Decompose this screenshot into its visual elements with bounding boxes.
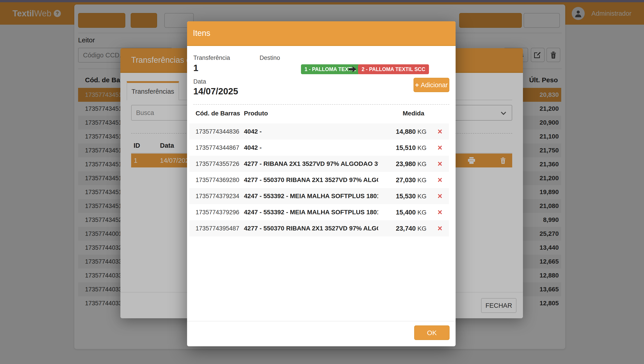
medida-cell: 14,880 KG xyxy=(346,128,426,135)
medida-cell: 15,530 KG xyxy=(346,193,426,200)
barcode-cell: 1735774355726 xyxy=(196,160,239,167)
destino-badge: 2 - PALLOMA TEXTIL SCC xyxy=(358,64,429,74)
produto-column-header: Produto xyxy=(244,110,268,117)
transferencia-value: 1 xyxy=(193,63,198,73)
medida-cell: 15,400 KG xyxy=(346,209,426,216)
item-row: 1735774344836 4042 - 14,880 KG × xyxy=(189,123,449,140)
barcode-cell: 1735774395487 xyxy=(196,225,239,232)
button-label: OK xyxy=(427,329,436,337)
modal-header: Itens xyxy=(187,21,456,46)
destino-label: Destino xyxy=(260,55,280,61)
remove-icon[interactable]: × xyxy=(435,192,445,201)
dashed-divider xyxy=(193,104,449,105)
remove-icon[interactable]: × xyxy=(435,159,445,168)
modal-title: Itens xyxy=(193,29,210,38)
medida-cell: 23,740 KG xyxy=(346,225,426,232)
modal-footer-border xyxy=(187,321,456,321)
badge-label: 1 - PALLOMA TEXTIL xyxy=(304,66,356,72)
medida-column-header: Medida xyxy=(344,110,424,117)
medida-cell: 15,510 KG xyxy=(346,144,426,151)
medida-cell: 27,030 KG xyxy=(346,176,426,184)
barcode-cell: 1735774369280 xyxy=(196,177,239,184)
plus-icon: + xyxy=(415,81,419,89)
ok-button[interactable]: OK xyxy=(414,325,450,340)
item-row: 1735774355726 4277 - RIBANA 2X1 3527VD 9… xyxy=(189,156,449,172)
barcode-cell: 1735774379234 xyxy=(196,193,239,200)
item-row: 1735774379234 4247 - 553392 - MEIA MALHA… xyxy=(189,188,449,204)
item-row: 1735774395487 4277 - 550370 RIBANA 2X1 3… xyxy=(189,220,449,237)
screen: TextilWeb ? Início Cadastros ▾ ⇄ Movimen… xyxy=(0,0,644,364)
remove-icon[interactable]: × xyxy=(435,175,445,185)
window-top-strip xyxy=(0,0,644,2)
barcode-column-header: Cód. de Barras xyxy=(196,110,240,117)
adicionar-button[interactable]: + Adicionar xyxy=(414,78,449,92)
data-label: Data xyxy=(193,78,206,85)
remove-icon[interactable]: × xyxy=(435,143,445,152)
barcode-cell: 1735774344867 xyxy=(196,144,239,151)
item-row: 1735774369280 4277 - 550370 RIBANA 2X1 3… xyxy=(189,172,449,188)
item-row: 1735774379296 4247 - 553392 - MEIA MALHA… xyxy=(189,204,449,220)
data-value: 14/07/2025 xyxy=(193,86,238,96)
button-label: Adicionar xyxy=(421,81,448,89)
badge-label: 2 - PALLOMA TEXTIL SCC xyxy=(362,66,426,72)
remove-icon[interactable]: × xyxy=(435,208,445,217)
arrow-right-icon xyxy=(349,65,356,73)
remove-icon[interactable]: × xyxy=(435,127,445,136)
item-row: 1735774344867 4042 - 15,510 KG × xyxy=(189,140,449,156)
transferencia-label: Transferência xyxy=(193,55,230,61)
barcode-cell: 1735774379296 xyxy=(196,209,239,216)
barcode-cell: 1735774344836 xyxy=(196,128,239,135)
itens-modal: Itens Transferência 1 Destino 1 - PALLOM… xyxy=(187,21,456,346)
remove-icon[interactable]: × xyxy=(435,224,445,233)
medida-cell: 23,980 KG xyxy=(346,160,426,168)
